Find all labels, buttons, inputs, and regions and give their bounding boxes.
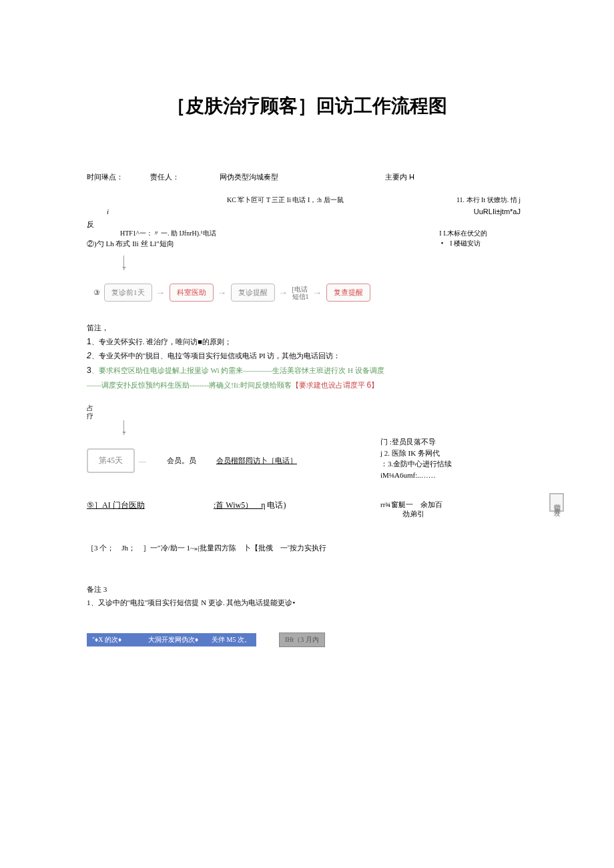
connector-down-icon bbox=[123, 256, 125, 270]
arrow-icon: → bbox=[218, 288, 227, 298]
row5-mid: :首 Wiw5） η 电话) bbox=[214, 500, 286, 511]
header-col-content: 主要内 H bbox=[385, 172, 414, 182]
hf1-line: HTF1^一：〃 一. 助 IJfnrH).¹电话 bbox=[120, 229, 216, 238]
r45-1: 门 :登员艮落不导 bbox=[380, 436, 452, 448]
member-dept-visit: 会员楷部囘访卜［电话］ bbox=[216, 456, 297, 466]
row-3g: ［3 个； Jh； ］一″冷/助一 1~»|批量四方陈 卜【批俄 一ˇ按力实执行 bbox=[87, 543, 527, 553]
flow-box-dept-assist: 科室医助 bbox=[170, 284, 214, 302]
line-11-right: 11. 本行 It 状燎坊. 情 j bbox=[456, 195, 521, 205]
step-3-number: ③ bbox=[93, 288, 100, 297]
flow-box-day45: 第45天 bbox=[87, 448, 135, 473]
line-2-right: • I 楼磁安访 bbox=[441, 239, 481, 248]
notes-block-1: 笛注， 1、1、专业关怀实行. 谁治疗，唯问访■的原则；专业关怀实行. 谁治疗，… bbox=[87, 322, 527, 392]
row-5: ⑤］AI 门台医助 :首 Wiw5） η 电话) rr¾窗艇一 余加百 劲弟引 … bbox=[87, 500, 527, 520]
vertical-side-label: 占疗 bbox=[87, 404, 527, 420]
flow-box-revisit-remind: 复诊提醒 bbox=[231, 284, 275, 302]
notes-block-3: 备注 3 1、又诊中的"电拉"项目实行短信提 N 更诊. 其他为电话提能更诊• bbox=[87, 583, 527, 610]
fan-label: 反 bbox=[87, 220, 94, 230]
header-row: 时间琳点： 责任人： 网伪类型沟城奏型 主要内 H bbox=[87, 172, 527, 182]
header-col-time: 时间琳点： bbox=[87, 172, 123, 182]
note-3a: 3、要求科空区助住电诊提解上报里诊 Wi 妁需来————生活美容怵主班进行次 H… bbox=[87, 364, 527, 378]
flow-row-45: 第45天 — 会员。员 会员楷部囘访卜［电话］ 门 :登员艮落不导 j 2. 医… bbox=[87, 448, 527, 473]
italic-i: i bbox=[107, 207, 109, 215]
uur-code: UuRLIi±jtm*aJ bbox=[474, 207, 521, 215]
header-col-owner: 责任人： bbox=[150, 172, 180, 182]
notes-head: 笛注， bbox=[87, 322, 527, 335]
member-label: 会员。员 bbox=[167, 456, 196, 466]
r45-4: iM⅛A6umf:..…… bbox=[380, 470, 452, 481]
bottom-row: "♦X 的次♦ 大洞开发网伪次♦ 关伴 M5 次。 IHt（3 月内 bbox=[87, 610, 527, 647]
arrow-icon: → bbox=[156, 288, 166, 298]
line-2-left: ②)勺 Lh 布式 Ili 丝 Ll″短向 bbox=[87, 239, 174, 249]
line-kc: KC 军卜叵可 T 三正 Ii 电话 I，:h 后一鼠 bbox=[227, 195, 344, 205]
header-col-type: 网伪类型沟城奏型 bbox=[220, 172, 278, 182]
connector-down-icon bbox=[123, 420, 125, 435]
flow-row-3: ③ 复诊前1天 → 科室医助 → 复诊提醒 → [电话短信1 → 复查提醒 bbox=[87, 284, 527, 302]
vertical-marketing-label: 营销二次开发 bbox=[549, 493, 564, 512]
text-block-1: KC 军卜叵可 T 三正 Ii 电话 I，:h 后一鼠 11. 本行 It 状燎… bbox=[87, 195, 527, 256]
ii-right: I I.木标在伏父的 bbox=[439, 229, 487, 238]
gray-box: IHt（3 月内 bbox=[279, 632, 325, 647]
note-1: 1、1、专业关怀实行. 谁治疗，唯问访■的原则；专业关怀实行. 谁治疗，唯问访■… bbox=[87, 335, 527, 350]
r45-2: j 2. 医除 IK 务网代 bbox=[380, 448, 452, 459]
blue-bar: "♦X 的次♦ 大洞开发网伪次♦ 关伴 M5 次。 bbox=[87, 633, 256, 646]
flow-box-recheck-remind: 复查提醒 bbox=[326, 284, 370, 302]
arrow-icon: → bbox=[279, 288, 288, 298]
notes3-l1: 1、又诊中的"电拉"项目实行短信提 N 更诊. 其他为电话提能更诊• bbox=[87, 596, 527, 610]
connector-h-icon: — bbox=[139, 457, 146, 465]
note-2: 2、专业关怀中的"脱目、电拉'等项目实行短信或电话 PI 访，其他为电话回访： bbox=[87, 349, 527, 364]
row5-left: ⑤］AI 门台医助 bbox=[87, 500, 145, 511]
arrow-icon: → bbox=[313, 288, 322, 298]
row5-right: rr¾窗艇一 余加百 劲弟引 bbox=[380, 500, 442, 519]
page-title: ［皮肤治疗顾客］回访工作流程图 bbox=[87, 93, 527, 119]
note-3b: ——调度安扑反惊预约科生医助--------將确义!Ii:时间反馈给颐客【要求建… bbox=[87, 378, 527, 393]
phone-label: [电话短信1 bbox=[292, 286, 309, 300]
flow-box-day-before: 复诊前1天 bbox=[104, 284, 152, 302]
notes3-head: 备注 3 bbox=[87, 583, 527, 596]
r45-3: ：3.金防中心进行怙续 bbox=[380, 458, 452, 470]
day45-right-notes: 门 :登员艮落不导 j 2. 医除 IK 务网代 ：3.金防中心进行怙续 iM⅛… bbox=[380, 436, 452, 480]
